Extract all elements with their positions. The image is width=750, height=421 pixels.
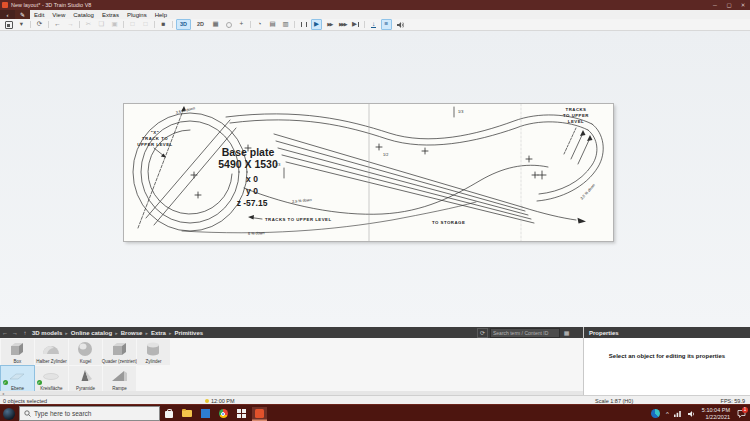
save-button[interactable] — [3, 19, 14, 30]
taskbar-clock[interactable]: 5:10:04 PM 1/22/2021 — [702, 407, 730, 420]
breadcrumb-3d-models[interactable]: 3D models — [30, 330, 64, 336]
pause-button[interactable] — [298, 19, 309, 30]
view-2d-button[interactable]: 2D — [193, 19, 208, 30]
separator — [294, 21, 295, 28]
menu-edit[interactable]: Edit — [30, 12, 48, 18]
catalog-item-box[interactable]: Box — [1, 339, 34, 365]
breadcrumb-primitives[interactable]: Primitives — [172, 330, 205, 336]
menu-plugins[interactable]: Plugins — [123, 12, 151, 18]
separator — [250, 21, 251, 28]
fill-mode-button[interactable]: ■ — [158, 19, 169, 30]
taskbar-chrome-icon[interactable] — [216, 407, 231, 421]
close-button[interactable]: ✕ — [736, 0, 750, 10]
skip-end-button[interactable]: ▶ — [350, 19, 361, 30]
selection-status: 0 objects selected — [3, 398, 47, 404]
catalog-item-rampe[interactable]: Rampe — [103, 366, 136, 392]
back-button[interactable]: ‹ — [0, 10, 15, 19]
cut-button[interactable]: ✂ — [83, 19, 94, 30]
add-button[interactable]: + — [236, 19, 247, 30]
edit-mode-button[interactable]: ✎ — [15, 10, 30, 19]
taskbar-explorer-icon[interactable] — [180, 407, 195, 421]
catalog-up-button[interactable]: ↑ — [20, 330, 30, 336]
minimize-button[interactable]: ─ — [708, 0, 722, 10]
taskbar-train-studio-icon[interactable] — [252, 407, 267, 421]
daytime-button[interactable]: ◔ — [254, 19, 265, 30]
taskbar-store-icon[interactable] — [162, 407, 177, 421]
redo-button[interactable]: → — [65, 19, 76, 30]
start-button[interactable] — [3, 408, 15, 420]
catalog-item-halber-zylinder[interactable]: Halber Zylinder — [35, 339, 68, 365]
catalog-search-input[interactable] — [490, 328, 560, 338]
app-logo-icon — [2, 2, 8, 8]
catalog-item-kugel[interactable]: Kugel — [69, 339, 102, 365]
menu-help[interactable]: Help — [151, 12, 171, 18]
view-3d-button[interactable]: 3D — [176, 19, 191, 30]
volume-tray-icon[interactable] — [687, 410, 695, 418]
separator — [154, 21, 155, 28]
faster-forward-button[interactable]: ▶▶▶ — [337, 19, 348, 30]
network-tray-icon[interactable] — [674, 410, 682, 417]
breadcrumb-extra[interactable]: Extra — [149, 330, 168, 336]
notification-center-button[interactable]: 1 — [735, 408, 747, 420]
edge-icon[interactable] — [651, 409, 660, 418]
taskbar-mail-icon[interactable] — [198, 407, 213, 421]
undo-button[interactable]: ← — [52, 19, 63, 30]
window-title: New layout* - 3D Train Studio V8 — [11, 2, 91, 8]
menu-bar: ‹ ✎ Edit View Catalog Extras Plugins Hel… — [0, 10, 750, 19]
measure-button[interactable]: ≡ — [381, 19, 392, 30]
right-track-label-3: LEVEL — [568, 119, 584, 124]
taskbar-grid-app-icon[interactable] — [234, 407, 249, 421]
track-plan-paper[interactable]: Base plate 5490 X 1530 x 0 y 0 z -57.15 … — [123, 103, 614, 242]
title-bar[interactable]: New layout* - 3D Train Studio V8 ─ ▢ ✕ — [0, 0, 750, 10]
clock-time: 5:10:04 PM — [702, 407, 730, 414]
download-button[interactable]: ↓ — [368, 19, 379, 30]
light-button[interactable] — [223, 19, 234, 30]
layout-right-button[interactable]: ▥ — [280, 19, 291, 30]
copy-button[interactable]: ❏ — [96, 19, 107, 30]
fast-forward-button[interactable]: ▶▶ — [324, 19, 335, 30]
catalog-back-button[interactable]: ← — [0, 330, 10, 336]
half-cylinder-thumbnail-icon — [41, 341, 61, 357]
catalog-panel: ← → ↑ 3D models ▸ Online catalog ▸ Brows… — [0, 327, 583, 395]
catalog-item-quader[interactable]: Quader (zentriert) — [103, 339, 136, 365]
catalog-item-ebene[interactable]: ✓ Ebene — [1, 366, 34, 392]
taskbar-search[interactable]: Type here to search — [19, 406, 160, 421]
ungroup-button[interactable]: □ — [140, 19, 151, 30]
breadcrumb-browse[interactable]: Browse — [119, 330, 145, 336]
catalog-item-pyramide[interactable]: Pyramide — [69, 366, 102, 392]
catalog-item-label: Kreisfläche — [40, 386, 62, 391]
viewport-3d[interactable]: Base plate 5490 X 1530 x 0 y 0 z -57.15 … — [0, 31, 750, 327]
properties-header: Properties — [584, 327, 750, 338]
skip-play-glyph: ▶ — [352, 21, 357, 28]
track-plan-drawing: Base plate 5490 X 1530 x 0 y 0 z -57.15 … — [124, 104, 613, 241]
catalog-refresh-button[interactable]: ⟳ — [477, 328, 488, 338]
bottom-track-label: TRACKS TO UPPER LEVEL — [265, 217, 332, 222]
paste-button[interactable]: ▣ — [109, 19, 120, 30]
scale-status: Scale 1:87 (H0) — [595, 398, 633, 404]
catalog-item-zylinder[interactable]: Zylinder — [137, 339, 170, 365]
separator — [48, 21, 49, 28]
system-tray: ^ 5:10:04 PM 1/22/2021 1 — [648, 407, 750, 420]
catalog-item-label: Rampe — [112, 386, 127, 391]
save-dropdown[interactable]: ▾ — [16, 19, 27, 30]
layout-left-button[interactable]: ▤ — [267, 19, 278, 30]
reload-button[interactable]: ⟳ — [34, 19, 45, 30]
sphere-thumbnail-icon — [75, 341, 95, 357]
grid-button[interactable]: ▦ — [210, 19, 221, 30]
group-button[interactable]: □ — [127, 19, 138, 30]
separator — [79, 21, 80, 28]
play-button[interactable]: ▶ — [311, 19, 322, 30]
hidden-icons-caret[interactable]: ^ — [666, 411, 669, 417]
breadcrumb-online-catalog[interactable]: Online catalog — [69, 330, 114, 336]
menu-view[interactable]: View — [48, 12, 69, 18]
catalog-item-kreisflaeche[interactable]: ✓ Kreisfläche — [35, 366, 68, 392]
catalog-item-label: Ebene — [11, 386, 24, 391]
maximize-button[interactable]: ▢ — [722, 0, 736, 10]
menu-catalog[interactable]: Catalog — [69, 12, 98, 18]
catalog-item-label: Halber Zylinder — [36, 359, 67, 364]
catalog-forward-button[interactable]: → — [10, 330, 20, 336]
menu-extras[interactable]: Extras — [98, 12, 123, 18]
sound-button[interactable] — [394, 19, 405, 30]
speaker-icon — [396, 21, 404, 29]
catalog-view-toggle[interactable]: ▦ — [562, 329, 571, 337]
